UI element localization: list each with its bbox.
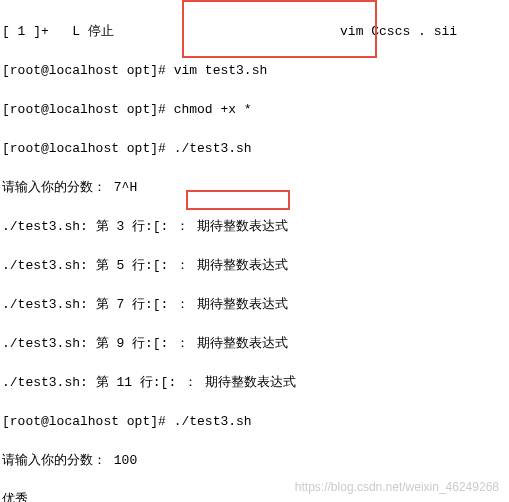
terminal-line: [ 1 ]+ L 停止 vim Ccscs . sii bbox=[2, 22, 507, 42]
terminal-line: [root@localhost opt]# chmod +x * bbox=[2, 100, 507, 120]
terminal-line: [root@localhost opt]# vim test3.sh bbox=[2, 61, 507, 81]
terminal-output[interactable]: [ 1 ]+ L 停止 vim Ccscs . sii [root@localh… bbox=[2, 2, 507, 502]
terminal-line: 请输入你的分数： 100 bbox=[2, 451, 507, 471]
terminal-line: ./test3.sh: 第 9 行:[: ： 期待整数表达式 bbox=[2, 334, 507, 354]
terminal-line: 请输入你的分数： 7^H bbox=[2, 178, 507, 198]
watermark-text: https://blog.csdn.net/weixin_46249268 bbox=[295, 478, 499, 496]
terminal-line: ./test3.sh: 第 11 行:[: ： 期待整数表达式 bbox=[2, 373, 507, 393]
terminal-line: ./test3.sh: 第 5 行:[: ： 期待整数表达式 bbox=[2, 256, 507, 276]
terminal-line: [root@localhost opt]# ./test3.sh bbox=[2, 412, 507, 432]
terminal-line: [root@localhost opt]# ./test3.sh bbox=[2, 139, 507, 159]
terminal-line: ./test3.sh: 第 7 行:[: ： 期待整数表达式 bbox=[2, 295, 507, 315]
terminal-line: ./test3.sh: 第 3 行:[: ： 期待整数表达式 bbox=[2, 217, 507, 237]
